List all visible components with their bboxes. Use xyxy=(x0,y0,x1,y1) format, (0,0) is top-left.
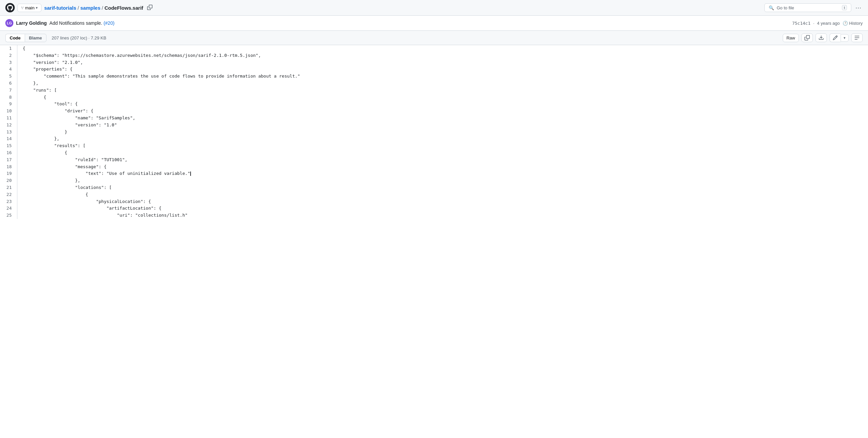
line-number[interactable]: 19 xyxy=(0,170,18,177)
nav-logo xyxy=(5,3,15,12)
chevron-down-icon-edit: ▾ xyxy=(844,36,846,40)
line-number[interactable]: 18 xyxy=(0,163,18,170)
tab-blame[interactable]: Blame xyxy=(25,34,46,42)
file-toolbar: Code Blame 207 lines (207 loc) · 7.29 KB… xyxy=(0,31,868,45)
raw-label: Raw xyxy=(786,35,795,40)
symbols-button[interactable] xyxy=(851,33,863,42)
commit-author[interactable]: Larry Golding xyxy=(16,21,47,26)
line-number[interactable]: 25 xyxy=(0,212,18,219)
line-number[interactable]: 8 xyxy=(0,94,18,101)
table-row: 3 "version": "2.1.0", xyxy=(0,59,868,66)
line-number[interactable]: 21 xyxy=(0,184,18,191)
line-content: "properties": { xyxy=(18,66,868,73)
table-row: 17 "ruleId": "TUT1001", xyxy=(0,156,868,163)
line-number[interactable]: 9 xyxy=(0,101,18,108)
line-number[interactable]: 17 xyxy=(0,156,18,163)
line-number[interactable]: 11 xyxy=(0,115,18,122)
tab-code[interactable]: Code xyxy=(5,34,25,42)
line-number[interactable]: 6 xyxy=(0,80,18,87)
top-nav: ⑂ main ▾ sarif-tutorials / samples / Cod… xyxy=(0,0,868,16)
commit-separator: · xyxy=(813,21,814,26)
history-icon: 🕐 xyxy=(843,21,848,26)
line-number[interactable]: 4 xyxy=(0,66,18,73)
table-row: 25 "uri": "collections/list.h" xyxy=(0,212,868,219)
table-row: 4 "properties": { xyxy=(0,66,868,73)
line-number[interactable]: 1 xyxy=(0,45,18,52)
table-row: 14 }, xyxy=(0,135,868,143)
line-content: "version": "1.0" xyxy=(18,122,868,129)
copy-raw-button[interactable] xyxy=(802,33,813,42)
history-button[interactable]: 🕐 History xyxy=(843,21,863,26)
table-row: 7 "runs": [ xyxy=(0,87,868,94)
copy-path-button[interactable] xyxy=(146,4,154,12)
code-blame-tabs: Code Blame xyxy=(5,34,46,42)
branch-selector[interactable]: ⑂ main ▾ xyxy=(18,4,41,12)
table-row: 12 "version": "1.0" xyxy=(0,122,868,129)
table-row: 21 "locations": [ xyxy=(0,184,868,191)
table-row: 22 { xyxy=(0,191,868,198)
line-number[interactable]: 5 xyxy=(0,73,18,80)
tab-code-label: Code xyxy=(10,35,21,40)
edit-button[interactable] xyxy=(830,33,841,42)
edit-btn-group: ▾ xyxy=(830,33,848,42)
chevron-down-icon: ▾ xyxy=(36,6,38,10)
line-content: }, xyxy=(18,80,868,87)
repo-link[interactable]: sarif-tutorials xyxy=(44,5,76,11)
line-content: { xyxy=(18,45,868,52)
table-row: 19 "text": "Use of uninitialized variabl… xyxy=(0,170,868,177)
line-number[interactable]: 24 xyxy=(0,205,18,212)
line-content: "comment": "This sample demonstrates the… xyxy=(18,73,868,80)
line-number[interactable]: 2 xyxy=(0,52,18,59)
line-content: "driver": { xyxy=(18,108,868,115)
search-icon: 🔍 xyxy=(769,5,774,10)
raw-button[interactable]: Raw xyxy=(783,34,799,42)
line-number[interactable]: 22 xyxy=(0,191,18,198)
commit-bar: LG Larry Golding Add Notifications sampl… xyxy=(0,16,868,31)
line-content: { xyxy=(18,94,868,101)
edit-dropdown-button[interactable]: ▾ xyxy=(841,34,848,42)
table-row: 9 "tool": { xyxy=(0,101,868,108)
more-options-button[interactable]: ⋯ xyxy=(854,3,863,13)
table-row: 8 { xyxy=(0,94,868,101)
line-content: "tool": { xyxy=(18,101,868,108)
line-number[interactable]: 23 xyxy=(0,198,18,205)
line-content: { xyxy=(18,191,868,198)
line-content: "locations": [ xyxy=(18,184,868,191)
line-number[interactable]: 20 xyxy=(0,177,18,184)
line-content: "results": [ xyxy=(18,143,868,150)
line-number[interactable]: 14 xyxy=(0,135,18,143)
commit-meta: 75c14c1 · 4 years ago 🕐 History xyxy=(792,21,863,26)
breadcrumb-sep-1: / xyxy=(78,5,79,11)
search-bar[interactable]: 🔍 Go to file t xyxy=(764,3,851,12)
table-row: 24 "artifactLocation": { xyxy=(0,205,868,212)
line-number[interactable]: 3 xyxy=(0,59,18,66)
commit-message-text: Add Notifications sample. xyxy=(50,21,102,26)
line-content: "uri": "collections/list.h" xyxy=(18,212,868,219)
avatar: LG xyxy=(5,19,13,27)
branch-label: main xyxy=(25,5,34,10)
line-number[interactable]: 13 xyxy=(0,129,18,136)
table-row: 1{ xyxy=(0,45,868,52)
code-container: 1{2 "$schema": "https://schemastore.azur… xyxy=(0,45,868,219)
table-row: 2 "$schema": "https://schemastore.azurew… xyxy=(0,52,868,59)
line-number[interactable]: 12 xyxy=(0,122,18,129)
line-content: "ruleId": "TUT1001", xyxy=(18,156,868,163)
commit-hash: 75c14c1 xyxy=(792,21,810,26)
folder-link[interactable]: samples xyxy=(80,5,100,11)
commit-message: Add Notifications sample. (#20) xyxy=(50,21,115,26)
line-content: "message": { xyxy=(18,163,868,170)
download-button[interactable] xyxy=(815,33,827,42)
commit-pr-link[interactable]: (#20) xyxy=(104,21,115,26)
line-number[interactable]: 10 xyxy=(0,108,18,115)
commit-time: 4 years ago xyxy=(817,21,840,26)
line-content: "physicalLocation": { xyxy=(18,198,868,205)
line-number[interactable]: 15 xyxy=(0,143,18,150)
line-content: "text": "Use of uninitialized variable." xyxy=(18,170,868,177)
line-content: "runs": [ xyxy=(18,87,868,94)
line-content: "name": "SarifSamples", xyxy=(18,115,868,122)
file-actions: Raw ▾ xyxy=(783,33,863,42)
table-row: 18 "message": { xyxy=(0,163,868,170)
line-number[interactable]: 7 xyxy=(0,87,18,94)
line-number[interactable]: 16 xyxy=(0,150,18,156)
line-content: "artifactLocation": { xyxy=(18,205,868,212)
